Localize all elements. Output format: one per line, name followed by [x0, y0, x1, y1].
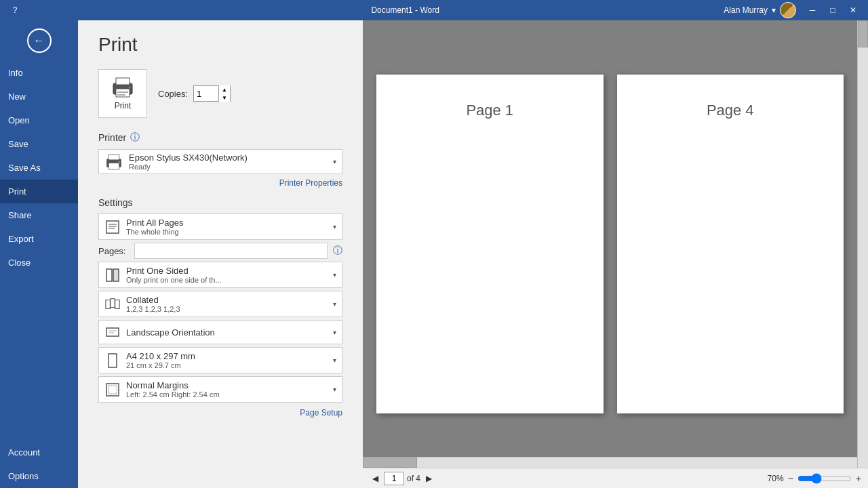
avatar — [780, 2, 796, 18]
paper-size-sub: 21 cm x 29.7 cm — [126, 361, 328, 369]
svg-rect-1 — [116, 78, 130, 85]
orientation-icon — [104, 324, 121, 340]
sidebar-item-open[interactable]: Open — [0, 108, 78, 132]
collate-sub: 1,2,3 1,2,3 1,2,3 — [126, 305, 328, 313]
orientation-arrow: ▾ — [333, 329, 336, 336]
copies-spinbox: ▲ ▼ — [193, 85, 231, 102]
printer-properties-link[interactable]: Printer Properties — [98, 178, 342, 188]
main-content: Print Print Copies: — [78, 20, 868, 488]
paper-size-text: A4 210 x 297 mm 21 cm x 29.7 cm — [126, 351, 328, 369]
svg-rect-7 — [108, 155, 119, 160]
preview-area: Page 1 Page 4 ◀ of 4 ▶ 70% − + — [363, 20, 868, 488]
margins-main: Normal Margins — [126, 380, 328, 390]
back-button[interactable]: ← — [0, 20, 78, 61]
scrollbar-thumb-v[interactable] — [858, 20, 868, 47]
setting-orientation[interactable]: Landscape Orientation ▾ — [98, 320, 342, 344]
svg-rect-10 — [106, 221, 119, 233]
zoom-out-button[interactable]: − — [788, 473, 793, 484]
printer-select-icon — [104, 153, 123, 171]
settings-section-title: Settings — [98, 197, 133, 208]
orientation-text: Landscape Orientation — [126, 327, 328, 338]
sidebar-item-save-as[interactable]: Save As — [0, 156, 78, 180]
print-sides-main: Print One Sided — [126, 266, 328, 276]
copies-input[interactable] — [194, 86, 218, 101]
margins-arrow: ▾ — [333, 386, 336, 393]
zoom-in-button[interactable]: + — [856, 473, 861, 484]
print-range-arrow: ▾ — [333, 223, 336, 230]
print-action-area: Print Copies: ▲ ▼ — [98, 69, 342, 118]
svg-rect-16 — [106, 300, 110, 308]
page-preview-1: Page 1 — [376, 75, 604, 413]
page-number-input[interactable] — [384, 472, 404, 485]
vertical-scrollbar[interactable] — [857, 20, 868, 468]
user-name: Alan Murray — [724, 5, 768, 15]
paper-size-arrow: ▾ — [333, 357, 336, 364]
back-icon: ← — [27, 28, 52, 53]
sidebar-item-account[interactable]: Account — [0, 441, 78, 464]
printer-info-icon[interactable]: ⓘ — [130, 131, 140, 144]
sidebar-item-share[interactable]: Share — [0, 203, 78, 227]
printer-select[interactable]: Epson Stylus SX430(Network) Ready ▾ — [98, 149, 342, 174]
sidebar-item-info[interactable]: Info — [0, 61, 78, 85]
svg-rect-4 — [117, 94, 125, 96]
scrollbar-thumb-h[interactable] — [363, 458, 417, 468]
collate-icon — [104, 296, 121, 312]
svg-rect-19 — [106, 328, 119, 336]
print-button[interactable]: Print — [98, 69, 147, 118]
collate-arrow: ▾ — [333, 300, 336, 308]
print-range-text: Print All Pages The whole thing — [126, 218, 328, 236]
svg-point-5 — [129, 87, 131, 89]
pages-info-icon[interactable]: ⓘ — [333, 245, 342, 257]
nav-left: ◀ of 4 ▶ — [370, 472, 435, 485]
sidebar-item-new[interactable]: New — [0, 85, 78, 108]
spin-buttons: ▲ ▼ — [218, 85, 230, 102]
help-button[interactable]: ? — [5, 1, 24, 20]
printer-dropdown-arrow: ▾ — [333, 158, 336, 165]
print-range-icon — [104, 219, 121, 235]
preview-pages: Page 1 Page 4 — [363, 20, 868, 468]
window-title: Document1 - Word — [87, 5, 724, 15]
sidebar-item-export[interactable]: Export — [0, 227, 78, 251]
setting-paper-size[interactable]: A4 210 x 297 mm 21 cm x 29.7 cm ▾ — [98, 347, 342, 373]
prev-page-button[interactable]: ◀ — [370, 472, 381, 485]
printer-name: Epson Stylus SX430(Network) — [129, 152, 328, 163]
setting-print-range[interactable]: Print All Pages The whole thing ▾ — [98, 214, 342, 240]
svg-rect-3 — [117, 92, 128, 93]
maximize-button[interactable]: □ — [823, 1, 842, 20]
collate-main: Collated — [126, 295, 328, 305]
sidebar-item-options[interactable]: Options — [0, 464, 78, 488]
print-sides-icon — [104, 267, 121, 283]
sidebar: ← Info New Open Save Save As Print Share… — [0, 20, 78, 488]
user-dropdown-arrow[interactable]: ▾ — [772, 5, 776, 15]
user-info: Alan Murray ▾ — [724, 2, 796, 18]
spin-down-button[interactable]: ▼ — [219, 94, 230, 102]
sidebar-item-print[interactable]: Print — [0, 180, 78, 203]
svg-rect-22 — [108, 354, 117, 367]
margins-sub: Left: 2.54 cm Right: 2.54 cm — [126, 390, 328, 399]
horizontal-scrollbar[interactable] — [363, 457, 857, 468]
sidebar-item-close[interactable]: Close — [0, 251, 78, 274]
pages-input[interactable] — [134, 243, 328, 259]
setting-collate[interactable]: Collated 1,2,3 1,2,3 1,2,3 ▾ — [98, 291, 342, 317]
close-button[interactable]: ✕ — [844, 1, 863, 20]
printer-section-header: Printer ⓘ — [98, 131, 342, 144]
sidebar-item-save[interactable]: Save — [0, 132, 78, 156]
print-range-sub: The whole thing — [126, 228, 328, 236]
margins-icon — [104, 382, 121, 398]
svg-rect-17 — [111, 298, 115, 307]
print-sides-sub: Only print on one side of th... — [126, 276, 328, 284]
pages-row: Pages: ⓘ — [98, 243, 342, 259]
page-4-label: Page 4 — [707, 102, 754, 119]
title-bar: ? Document1 - Word Alan Murray ▾ ─ □ ✕ — [0, 0, 868, 20]
setting-margins[interactable]: Normal Margins Left: 2.54 cm Right: 2.54… — [98, 376, 342, 403]
app-body: ← Info New Open Save Save As Print Share… — [0, 20, 868, 488]
spin-up-button[interactable]: ▲ — [219, 85, 230, 94]
minimize-button[interactable]: ─ — [803, 1, 822, 20]
copies-area: Copies: ▲ ▼ — [158, 85, 231, 102]
window-controls: ─ □ ✕ — [803, 1, 863, 20]
print-btn-label: Print — [115, 101, 132, 110]
next-page-button[interactable]: ▶ — [423, 472, 435, 485]
setting-print-sides[interactable]: Print One Sided Only print on one side o… — [98, 262, 342, 288]
zoom-slider[interactable] — [797, 473, 852, 484]
page-setup-link[interactable]: Page Setup — [98, 408, 342, 418]
